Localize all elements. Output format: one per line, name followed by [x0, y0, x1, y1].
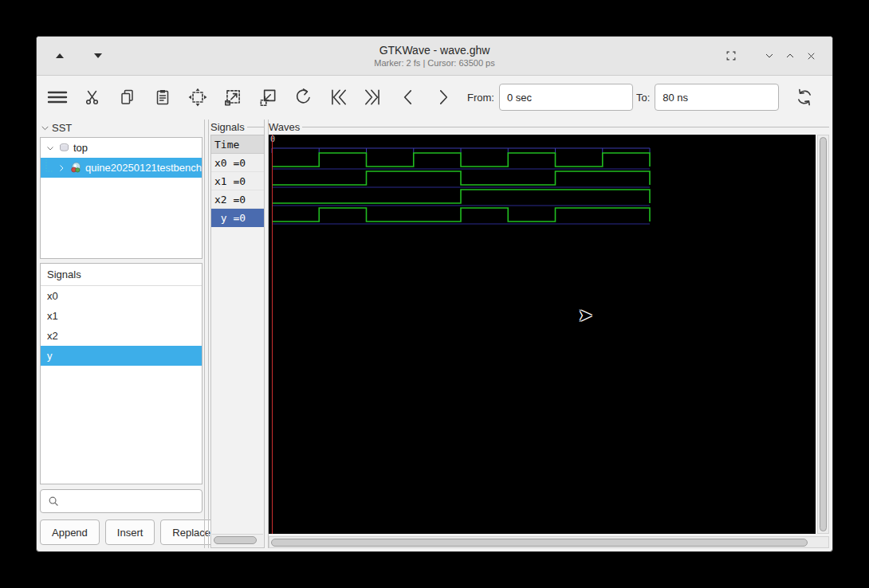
cut-button[interactable] — [78, 83, 107, 112]
tree-item-label: top — [73, 142, 88, 154]
zoom-fit-button[interactable] — [183, 83, 212, 112]
hamburger-icon — [45, 88, 69, 107]
name-row-y[interactable]: y =0 — [211, 209, 264, 227]
fullscreen-icon — [724, 49, 738, 63]
signal-item-y[interactable]: y — [41, 346, 202, 366]
copy-icon — [118, 88, 137, 107]
titlebar: GTKWave - wave.ghw Marker: 2 fs | Cursor… — [37, 37, 832, 76]
fullscreen-button[interactable] — [721, 45, 741, 66]
pane-splitter-left[interactable] — [204, 120, 209, 548]
skip-to-start-button[interactable] — [324, 83, 352, 112]
marker-cursor-status: Marker: 2 fs | Cursor: 63500 ps — [374, 58, 494, 68]
chevron-right-icon — [57, 163, 66, 173]
wave-canvas[interactable]: 0 — [269, 135, 816, 534]
chevron-up-icon — [784, 49, 796, 62]
scrollbar-thumb[interactable] — [820, 137, 827, 531]
scrollbar-thumb[interactable] — [271, 539, 808, 547]
to-input[interactable]: 80 ns — [655, 84, 779, 111]
skip-to-end-button[interactable] — [359, 83, 387, 112]
undo-icon — [293, 87, 313, 108]
clipboard-icon — [153, 88, 172, 107]
signal-action-buttons: Append Insert Replace — [40, 519, 222, 545]
scissors-icon — [83, 88, 102, 107]
append-button[interactable]: Append — [40, 519, 100, 545]
name-row-x0[interactable]: x0 =0 — [211, 154, 264, 172]
zoom-in-icon — [222, 87, 243, 108]
wave-panel: 0 — [269, 135, 829, 548]
prev-edge-button[interactable] — [394, 83, 423, 112]
signal-item-x0[interactable]: x0 — [41, 286, 202, 306]
signal-item-x2[interactable]: x2 — [41, 326, 202, 346]
signal-filter-input[interactable] — [40, 489, 203, 513]
sst-expander[interactable]: SST — [40, 120, 203, 135]
chevron-down-icon — [763, 49, 776, 62]
names-horizontal-scrollbar[interactable] — [212, 534, 263, 547]
triangle-up-icon — [56, 53, 64, 58]
signal-search-list: Signals x0 x1 x2 y — [40, 263, 203, 484]
sst-label: SST — [52, 122, 72, 134]
zoom-out-icon — [258, 87, 278, 108]
shade-down-button[interactable] — [88, 45, 108, 66]
minimize-button[interactable] — [759, 45, 780, 66]
signal-item-x1[interactable]: x1 — [41, 306, 202, 326]
sidebar: SST top quine20250121testbench — [40, 120, 203, 548]
zoom-fit-icon — [187, 87, 208, 108]
scrollbar-thumb[interactable] — [214, 536, 257, 544]
name-row-x1[interactable]: x1 =0 — [211, 172, 264, 190]
toolbar: From: 0 sec To: 80 ns — [37, 76, 832, 119]
names-panel: Time x0 =0 x1 =0 x2 =0 y =0 — [210, 135, 265, 548]
marker-line[interactable] — [272, 135, 273, 534]
chevron-right-icon — [433, 87, 454, 108]
tree-item-top[interactable]: top — [41, 138, 202, 158]
window-title: GTKWave - wave.ghw — [379, 44, 490, 57]
paste-button[interactable] — [148, 83, 177, 112]
waveform-traces — [269, 135, 816, 533]
wave-vertical-scrollbar[interactable] — [817, 135, 829, 534]
zoom-in-button[interactable] — [218, 83, 247, 112]
tree-item-testbench[interactable]: quine20250121testbench — [41, 158, 202, 178]
chevron-down-icon — [45, 143, 55, 153]
tree-item-label: quine20250121testbench — [85, 162, 202, 174]
sst-tree: top quine20250121testbench — [40, 137, 203, 259]
zoom-out-button[interactable] — [254, 83, 282, 112]
names-column: Signals Time x0 =0 x1 =0 x2 =0 y =0 — [210, 120, 265, 548]
maximize-button[interactable] — [780, 45, 800, 66]
waves-column: Waves 0 — [269, 120, 829, 548]
reload-icon — [794, 87, 815, 108]
mouse-cursor: ➤ — [578, 305, 592, 326]
undo-button[interactable] — [289, 83, 317, 112]
wave-horizontal-scrollbar[interactable] — [269, 536, 829, 548]
from-input[interactable]: 0 sec — [499, 84, 633, 111]
name-row-x2[interactable]: x2 =0 — [211, 190, 264, 209]
gtkwave-window: GTKWave - wave.ghw Marker: 2 fs | Cursor… — [36, 36, 833, 552]
close-icon — [805, 50, 817, 62]
reload-button[interactable] — [790, 83, 819, 112]
signal-list-header: Signals — [41, 264, 202, 286]
skip-start-icon — [328, 87, 348, 108]
search-icon — [47, 495, 61, 508]
close-button[interactable] — [800, 45, 821, 66]
next-edge-button[interactable] — [429, 83, 458, 112]
waves-frame-label: Waves — [269, 120, 829, 134]
insert-button[interactable]: Insert — [105, 519, 155, 545]
tree-branch-line — [44, 159, 53, 177]
chevron-left-icon — [398, 87, 419, 108]
triangle-down-icon — [94, 53, 102, 58]
from-label: From: — [467, 92, 494, 104]
module-icon — [58, 142, 70, 154]
copy-button[interactable] — [113, 83, 142, 112]
to-label: To: — [636, 92, 650, 104]
names-frame-label: Signals — [210, 120, 265, 134]
shade-up-button[interactable] — [49, 45, 70, 66]
skip-end-icon — [363, 87, 383, 108]
time-header[interactable]: Time — [211, 135, 264, 154]
component-icon — [69, 162, 82, 174]
menu-button[interactable] — [43, 83, 72, 112]
chevron-down-icon — [40, 123, 50, 133]
